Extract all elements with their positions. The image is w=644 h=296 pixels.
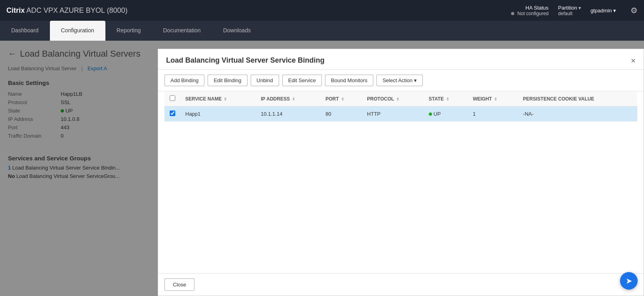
modal-toolbar: Add Binding Edit Binding Unbind Edit Ser… bbox=[158, 70, 644, 91]
col-port: PORT ⇕ bbox=[321, 91, 362, 107]
brand: Citrix ADC VPX AZURE BYOL (8000) bbox=[6, 6, 511, 15]
navbar: Dashboard Configuration Reporting Docume… bbox=[0, 21, 644, 41]
cell-service-name: Happ1 bbox=[180, 107, 256, 122]
tab-downloads[interactable]: Downloads bbox=[212, 21, 262, 41]
modal-title: Load Balancing Virtual Server Service Bi… bbox=[166, 56, 325, 65]
sort-icon-protocol[interactable]: ⇕ bbox=[396, 97, 399, 101]
col-persistence: PERSISTENCE COOKIE VALUE bbox=[518, 91, 637, 107]
modal-footer: Close bbox=[158, 273, 644, 296]
main-content: ← Load Balancing Virtual Servers Load Ba… bbox=[0, 41, 644, 296]
sort-icon-service-name[interactable]: ⇕ bbox=[224, 97, 227, 101]
edit-binding-button[interactable]: Edit Binding bbox=[208, 75, 247, 86]
ha-status-label: HA Status bbox=[511, 5, 548, 11]
cell-port: 80 bbox=[321, 107, 362, 122]
table-header-row: SERVICE NAME ⇕ IP ADDRESS ⇕ PORT ⇕ PRO bbox=[164, 91, 637, 107]
select-all-checkbox[interactable] bbox=[170, 95, 175, 101]
service-binding-table: SERVICE NAME ⇕ IP ADDRESS ⇕ PORT ⇕ PRO bbox=[164, 91, 637, 122]
ha-dot-icon bbox=[511, 12, 514, 15]
add-binding-button[interactable]: Add Binding bbox=[164, 75, 204, 86]
unbind-button[interactable]: Unbind bbox=[251, 75, 279, 86]
select-action-button[interactable]: Select Action ▾ bbox=[376, 75, 423, 86]
chevron-down-icon: ▾ bbox=[579, 5, 581, 11]
fab-icon: ➤ bbox=[626, 276, 632, 286]
fab-button[interactable]: ➤ bbox=[620, 272, 638, 290]
partition-value: default bbox=[558, 11, 573, 16]
col-weight: WEIGHT ⇕ bbox=[468, 91, 518, 107]
cell-persistence: -NA- bbox=[518, 107, 637, 122]
ha-status-value: Not configured bbox=[511, 11, 548, 16]
cell-weight: 1 bbox=[468, 107, 518, 122]
sort-icon-ip[interactable]: ⇕ bbox=[292, 97, 295, 101]
modal-dialog: Load Balancing Virtual Server Service Bi… bbox=[158, 49, 644, 296]
cell-protocol: HTTP bbox=[362, 107, 424, 122]
modal-header: Load Balancing Virtual Server Service Bi… bbox=[158, 49, 644, 70]
col-state: STATE ⇕ bbox=[424, 91, 468, 107]
brand-product: ADC VPX AZURE BYOL (8000) bbox=[26, 6, 127, 14]
state-dot-icon bbox=[429, 112, 432, 116]
ha-status: HA Status Not configured bbox=[511, 5, 548, 16]
tab-reporting[interactable]: Reporting bbox=[105, 21, 152, 41]
col-service-name: SERVICE NAME ⇕ bbox=[180, 91, 256, 107]
table-wrapper: SERVICE NAME ⇕ IP ADDRESS ⇕ PORT ⇕ PRO bbox=[158, 91, 644, 273]
topbar-right: HA Status Not configured Partition ▾ def… bbox=[511, 5, 638, 16]
cell-state: UP bbox=[424, 107, 468, 122]
close-button[interactable]: Close bbox=[164, 278, 194, 291]
brand-citrix: Citrix bbox=[6, 6, 25, 14]
col-protocol: PROTOCOL ⇕ bbox=[362, 91, 424, 107]
sort-icon-weight[interactable]: ⇕ bbox=[494, 97, 497, 101]
tab-configuration[interactable]: Configuration bbox=[50, 21, 105, 41]
col-checkbox bbox=[164, 91, 180, 107]
tab-dashboard[interactable]: Dashboard bbox=[0, 21, 50, 41]
topbar: Citrix ADC VPX AZURE BYOL (8000) HA Stat… bbox=[0, 0, 644, 21]
user-menu[interactable]: gtpadmin ▾ bbox=[590, 8, 616, 14]
col-ip-address: IP ADDRESS ⇕ bbox=[256, 91, 321, 107]
table-row[interactable]: Happ1 10.1.1.14 80 HTTP UP 1 -NA- bbox=[164, 107, 637, 122]
tab-documentation[interactable]: Documentation bbox=[152, 21, 212, 41]
edit-service-button[interactable]: Edit Service bbox=[282, 75, 322, 86]
row-checkbox[interactable] bbox=[170, 111, 175, 116]
cell-ip-address: 10.1.1.14 bbox=[256, 107, 321, 122]
chevron-down-icon: ▾ bbox=[414, 77, 417, 83]
sort-icon-state[interactable]: ⇕ bbox=[446, 97, 449, 101]
partition-label: Partition bbox=[558, 5, 577, 11]
user-chevron-icon: ▾ bbox=[613, 8, 616, 14]
modal-close-button[interactable]: × bbox=[631, 57, 636, 65]
gear-icon[interactable]: ⚙ bbox=[630, 6, 638, 15]
sort-icon-port[interactable]: ⇕ bbox=[341, 97, 344, 101]
bound-monitors-button[interactable]: Bound Monitors bbox=[325, 75, 373, 86]
user-label: gtpadmin bbox=[590, 8, 612, 14]
partition-selector[interactable]: Partition ▾ default bbox=[558, 5, 581, 16]
row-checkbox-cell bbox=[164, 107, 180, 122]
